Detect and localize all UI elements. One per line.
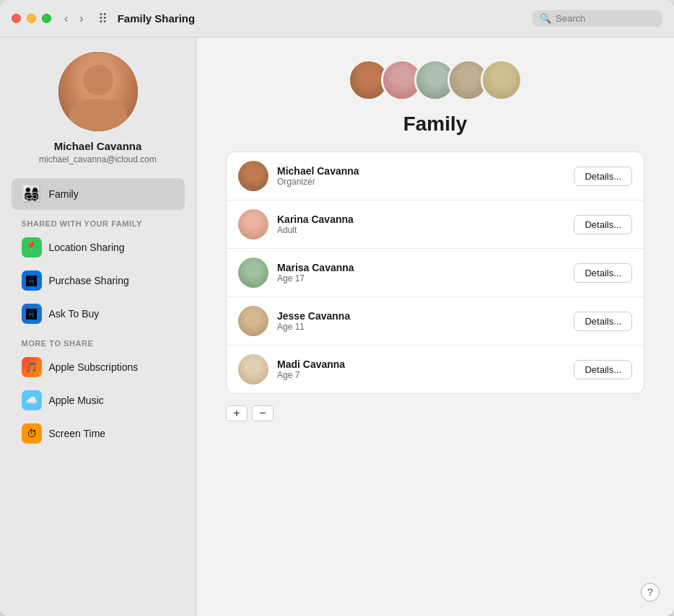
- member-role-4: Age 11: [277, 322, 565, 332]
- member-avatar-3: [238, 258, 268, 288]
- sidebar-item-location-sharing[interactable]: 📍 Location Sharing: [12, 232, 185, 263]
- details-button-4[interactable]: Details...: [574, 312, 632, 331]
- table-row: Jesse Cavanna Age 11 Details...: [227, 297, 644, 346]
- sidebar-item-purchase-sharing[interactable]: 🅰 Purchase Sharing: [12, 265, 185, 296]
- grid-button[interactable]: ⠿: [94, 9, 112, 28]
- nav-buttons: ‹ ›: [60, 11, 88, 27]
- member-info-3: Marisa Cavanna Age 17: [277, 262, 565, 283]
- user-email: michael_cavanna@icloud.com: [39, 154, 157, 164]
- member-name-4: Jesse Cavanna: [277, 310, 565, 322]
- apple-music-label: Apple Music: [49, 395, 104, 406]
- location-icon: 📍: [22, 237, 42, 258]
- search-input[interactable]: [556, 13, 642, 24]
- member-avatar-2: [238, 209, 268, 239]
- table-row: Madi Cavanna Age 7 Details...: [227, 346, 644, 393]
- details-button-5[interactable]: Details...: [574, 360, 632, 379]
- location-sharing-label: Location Sharing: [49, 242, 125, 253]
- member-info-1: Michael Cavanna Organizer: [277, 165, 565, 187]
- help-button[interactable]: ?: [641, 583, 660, 602]
- member-info-5: Madi Cavanna Age 7: [277, 358, 565, 380]
- window-title: Family Sharing: [118, 12, 533, 25]
- apple-subscriptions-label: Apple Subscriptions: [49, 361, 139, 373]
- titlebar: ‹ › ⠿ Family Sharing 🔍: [0, 0, 674, 38]
- sidebar-item-apple-subscriptions[interactable]: 🎵 Apple Subscriptions: [12, 351, 185, 383]
- purchase-icon: 🅰: [22, 270, 42, 291]
- member-role-3: Age 17: [277, 273, 565, 283]
- content-area: Michael Cavanna michael_cavanna@icloud.c…: [0, 38, 674, 616]
- user-avatar: [58, 52, 138, 131]
- shared-section-label: SHARED WITH YOUR FAMILY: [12, 211, 185, 231]
- ask-to-buy-label: Ask To Buy: [49, 308, 100, 320]
- add-member-button[interactable]: +: [226, 405, 248, 421]
- details-button-3[interactable]: Details...: [574, 263, 632, 283]
- family-label: Family: [49, 188, 79, 200]
- member-avatar-4: [238, 306, 268, 336]
- purchase-sharing-label: Purchase Sharing: [49, 275, 129, 286]
- member-name-2: Karina Cavanna: [277, 214, 565, 225]
- screen-time-label: Screen Time: [49, 428, 106, 439]
- member-name-1: Michael Cavanna: [277, 165, 565, 177]
- search-bar[interactable]: 🔍: [533, 10, 662, 27]
- maximize-button[interactable]: [42, 14, 51, 23]
- member-avatar-5: [238, 354, 268, 384]
- bottom-controls: + −: [226, 405, 273, 421]
- ask-to-buy-icon: 🅰: [22, 304, 42, 324]
- minimize-button[interactable]: [27, 14, 36, 23]
- subscriptions-icon: 🎵: [22, 357, 42, 377]
- sidebar-item-ask-to-buy[interactable]: 🅰 Ask To Buy: [12, 298, 185, 330]
- family-avatars: [348, 59, 522, 101]
- sidebar: Michael Cavanna michael_cavanna@icloud.c…: [0, 38, 196, 616]
- app-window: ‹ › ⠿ Family Sharing 🔍 Michael Cavanna m…: [0, 0, 674, 616]
- member-role-1: Organizer: [277, 177, 565, 187]
- member-role-2: Adult: [277, 225, 565, 235]
- member-role-5: Age 7: [277, 370, 565, 380]
- member-info-4: Jesse Cavanna Age 11: [277, 310, 565, 332]
- more-section-label: MORE TO SHARE: [12, 330, 185, 351]
- music-icon: ☁️: [22, 390, 42, 410]
- close-button[interactable]: [12, 14, 21, 23]
- screen-time-icon: ⏱: [22, 423, 42, 444]
- remove-member-button[interactable]: −: [252, 405, 273, 421]
- user-name: Michael Cavanna: [54, 140, 142, 152]
- sidebar-item-family[interactable]: 👨‍👩‍👧‍👦 Family: [12, 178, 185, 210]
- main-panel: Family Michael Cavanna Organizer Details…: [196, 38, 674, 616]
- forward-button[interactable]: ›: [75, 11, 87, 27]
- search-icon: 🔍: [540, 13, 551, 24]
- main-wrapper: Family Michael Cavanna Organizer Details…: [196, 38, 674, 616]
- table-row: Michael Cavanna Organizer Details...: [227, 152, 644, 201]
- family-avatar-5: [481, 59, 522, 101]
- member-name-5: Madi Cavanna: [277, 358, 565, 370]
- family-icon: 👨‍👩‍👧‍👦: [22, 184, 42, 204]
- traffic-lights: [12, 14, 51, 23]
- family-title: Family: [403, 113, 468, 136]
- details-button-1[interactable]: Details...: [574, 167, 632, 186]
- details-button-2[interactable]: Details...: [574, 215, 632, 234]
- table-row: Karina Cavanna Adult Details...: [227, 201, 644, 249]
- members-list: Michael Cavanna Organizer Details... Kar…: [226, 151, 644, 394]
- back-button[interactable]: ‹: [60, 11, 72, 27]
- member-info-2: Karina Cavanna Adult: [277, 214, 565, 235]
- table-row: Marisa Cavanna Age 17 Details...: [227, 249, 644, 297]
- member-avatar-1: [238, 161, 268, 191]
- sidebar-item-screen-time[interactable]: ⏱ Screen Time: [12, 418, 185, 449]
- member-name-3: Marisa Cavanna: [277, 262, 565, 273]
- sidebar-item-apple-music[interactable]: ☁️ Apple Music: [12, 384, 185, 416]
